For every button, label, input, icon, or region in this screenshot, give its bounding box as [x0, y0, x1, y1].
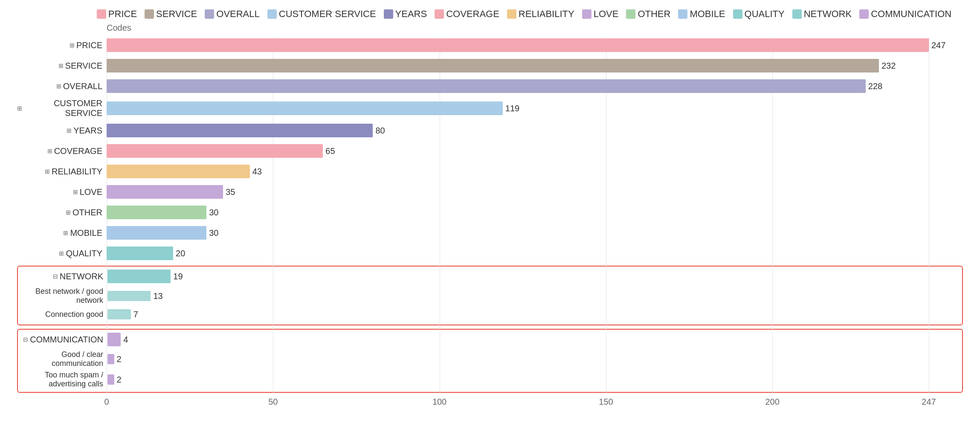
expand-icon[interactable]: ⊞ — [47, 148, 52, 154]
bar-value: 30 — [209, 228, 218, 238]
bar-label-text: PRICE — [76, 41, 102, 50]
bar — [107, 59, 879, 72]
legend-label: YEARS — [395, 9, 427, 20]
legend-swatch — [384, 9, 393, 19]
bar-label: ⊞SERVICE — [17, 61, 107, 71]
bar — [107, 291, 151, 301]
bar-label-text: NETWORK — [60, 272, 103, 281]
bar-label-text: Good / clear communication — [18, 350, 103, 368]
bar-label: Best network / good network — [18, 287, 107, 305]
legend-item-overall: OVERALL — [205, 9, 260, 20]
expand-icon[interactable]: ⊞ — [70, 42, 75, 49]
legend-item-years: YEARS — [384, 9, 427, 20]
bar-row: Best network / good network13 — [18, 287, 962, 305]
expand-icon[interactable]: ⊞ — [67, 127, 72, 134]
legend-item-communication: COMMUNICATION — [859, 9, 951, 20]
legend-swatch — [678, 9, 687, 19]
legend-label: LOVE — [594, 9, 619, 20]
bar — [107, 185, 223, 199]
bar-label: ⊞OTHER — [17, 208, 107, 218]
bar-label: ⊟COMMUNICATION — [18, 335, 107, 345]
x-axis: 050100150200247 — [107, 397, 963, 410]
legend-swatch — [507, 9, 516, 19]
bar-label: ⊞MOBILE — [17, 228, 107, 238]
bar-label: ⊞CUSTOMER SERVICE — [17, 99, 107, 118]
x-tick: 0 — [104, 397, 109, 407]
bar-label-text: Too much spam / advertising calls — [18, 371, 103, 389]
expand-icon[interactable]: ⊞ — [58, 62, 64, 69]
bar-wrapper: 19 — [107, 270, 962, 283]
legend-swatch — [435, 9, 444, 19]
expand-icon[interactable]: ⊞ — [63, 229, 68, 236]
bar-value: 4 — [123, 335, 128, 345]
bar-row: ⊟COMMUNICATION4 — [18, 331, 962, 348]
bar-wrapper: 35 — [107, 185, 963, 199]
bar — [107, 165, 250, 178]
bar-label: Good / clear communication — [18, 350, 107, 368]
legend: PRICESERVICEOVERALLCUSTOMER SERVICEYEARS… — [17, 9, 963, 20]
bar-value: 2 — [117, 375, 122, 385]
bar-row: ⊞COVERAGE65 — [17, 143, 963, 159]
bar-label: ⊞YEARS — [17, 126, 107, 136]
bar-label-text: Connection good — [45, 310, 103, 319]
bar — [107, 246, 173, 260]
legend-item-quality: QUALITY — [733, 9, 785, 20]
legend-label: COVERAGE — [446, 9, 499, 20]
bar-value: 228 — [868, 81, 882, 91]
bar-label: Too much spam / advertising calls — [18, 371, 107, 389]
bar-row: ⊞CUSTOMER SERVICE119 — [17, 99, 963, 118]
expand-icon[interactable]: ⊞ — [56, 83, 61, 90]
bar — [107, 38, 929, 52]
bar-label: ⊟NETWORK — [18, 272, 107, 281]
bar-row: ⊞MOBILE30 — [17, 225, 963, 241]
bar-label: ⊞QUALITY — [17, 249, 107, 258]
bar-row: ⊞OVERALL228 — [17, 78, 963, 94]
bar — [107, 226, 206, 240]
legend-item-price: PRICE — [97, 9, 137, 20]
bar-value: 35 — [226, 187, 235, 197]
bar-value: 119 — [505, 104, 519, 113]
expand-icon[interactable]: ⊞ — [66, 209, 71, 216]
bar-wrapper: 65 — [107, 144, 963, 158]
x-tick: 100 — [432, 397, 447, 407]
bar-value: 13 — [153, 291, 162, 301]
x-tick: 247 — [922, 397, 936, 407]
expand-icon[interactable]: ⊞ — [73, 188, 78, 195]
expand-icon[interactable]: ⊞ — [45, 168, 50, 175]
codes-label: Codes — [107, 23, 963, 33]
collapse-icon[interactable]: ⊟ — [23, 336, 28, 343]
bar-wrapper: 80 — [107, 124, 963, 137]
legend-label: RELIABILITY — [519, 9, 574, 20]
bar-wrapper: 2 — [107, 354, 962, 364]
legend-item-service: SERVICE — [145, 9, 197, 20]
bar-wrapper: 119 — [107, 102, 963, 115]
bar — [107, 206, 206, 219]
expand-icon[interactable]: ⊞ — [17, 105, 22, 112]
legend-swatch — [267, 9, 277, 19]
x-tick: 50 — [268, 397, 278, 407]
bar-wrapper: 4 — [107, 333, 962, 346]
bar-row: ⊟NETWORK19 — [18, 268, 962, 284]
bar-label: Connection good — [18, 310, 107, 319]
bar-row: Too much spam / advertising calls2 — [18, 371, 962, 389]
bar-label-text: CUSTOMER SERVICE — [24, 99, 102, 118]
legend-label: OVERALL — [216, 9, 260, 20]
bar-wrapper: 43 — [107, 165, 963, 178]
bar-label-text: RELIABILITY — [52, 167, 102, 177]
legend-label: MOBILE — [690, 9, 725, 20]
chart-area: ⊞PRICE247⊞SERVICE232⊞OVERALL228⊞CUSTOMER… — [17, 37, 963, 410]
legend-label: QUALITY — [745, 9, 785, 20]
bar-label-text: COVERAGE — [54, 146, 102, 156]
collapse-icon[interactable]: ⊟ — [53, 273, 58, 280]
bar-value: 7 — [133, 310, 138, 319]
x-tick: 200 — [765, 397, 779, 407]
bar-label-text: YEARS — [73, 126, 102, 136]
bar — [107, 79, 866, 93]
legend-item-reliability: RELIABILITY — [507, 9, 574, 20]
bar-label-text: QUALITY — [66, 249, 102, 258]
expand-icon[interactable]: ⊞ — [59, 250, 64, 257]
legend-swatch — [792, 9, 802, 19]
network-group: ⊟NETWORK19Best network / good network13C… — [17, 266, 963, 325]
legend-item-love: LOVE — [582, 9, 619, 20]
legend-item-other: OTHER — [626, 9, 670, 20]
